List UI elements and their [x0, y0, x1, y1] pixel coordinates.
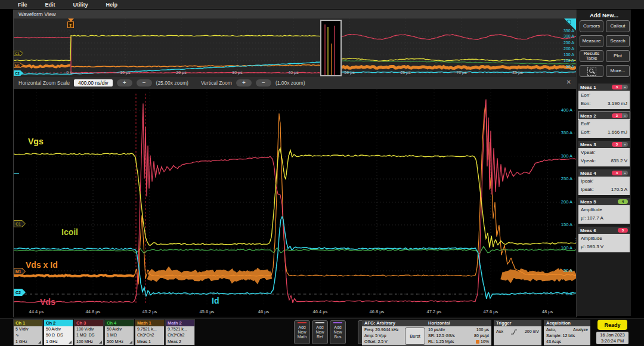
trigger-flag[interactable]: T	[67, 21, 74, 28]
channel-setting-row: Meas 2	[168, 339, 194, 345]
overview-amp-tick: 200 A	[564, 47, 574, 51]
add-new-measure-button[interactable]: Measure	[580, 35, 603, 47]
channel-badge-ch2[interactable]: Ch 250 A/div50 Ω DS1 GHz	[44, 319, 73, 345]
add-new-search-button[interactable]: Search	[606, 35, 630, 47]
measurement-badge-3[interactable]: Meas 33+Vpeak'Vpeak:835.2 V	[578, 141, 630, 167]
channel-badge-ch4[interactable]: Ch 450 A/div1 MΩ500 MHz	[104, 319, 134, 345]
overview-time-tick: 70 µs	[456, 70, 466, 75]
overview-time-tick: 30 µs	[232, 70, 242, 75]
afg-row: Offset: 2.5 V	[364, 339, 406, 345]
add-new-callout-button[interactable]: Callout	[606, 20, 630, 32]
v-zoom-plus-button[interactable]: +	[236, 79, 252, 86]
h-zoom-plus-button[interactable]: +	[117, 79, 132, 86]
add-new-plot-button[interactable]: Plot	[606, 50, 630, 62]
measurement-value: 1.666 mJ	[608, 128, 627, 137]
channel-marker-c1[interactable]: C1	[14, 51, 23, 56]
overview-zoom-window[interactable]	[320, 20, 342, 76]
add-new-bus-button[interactable]: Add New Bus	[330, 320, 346, 344]
channel-marker-c2[interactable]: C2	[14, 289, 26, 296]
menu-item-file[interactable]: File	[18, 2, 27, 8]
delay-icon	[476, 340, 479, 344]
datetime-line: 16 Jan 2023	[596, 332, 628, 338]
main-amp-tick: 100 A	[561, 245, 572, 251]
measurement-name: Meas 4	[580, 171, 596, 176]
main-time-tick: 47.6 µs	[484, 309, 499, 314]
measurement-name: Meas 5	[580, 199, 596, 205]
main-amp-tick: 200 A	[561, 199, 572, 205]
add-new-ref-button[interactable]: Add New Ref	[312, 320, 328, 344]
measurement-body: Amplitudeµ': 595.3 V	[578, 234, 630, 252]
channel-marker-c2[interactable]: C2	[14, 70, 23, 76]
ready-status-button[interactable]: Ready	[597, 320, 627, 330]
horizontal-row: SR: 12.5 GS/s80 ps/pt	[428, 333, 489, 339]
ov-power-postband	[342, 67, 576, 69]
main-amp-tick: 150 A	[561, 222, 572, 227]
main-time-tick: 47.2 µs	[427, 309, 442, 314]
horizontal-cell: 10 µs/div	[428, 327, 445, 333]
main-time-tick: 44.8 µs	[86, 309, 101, 314]
add-new-results-table-button[interactable]: Results Table	[580, 50, 603, 62]
magnifier-handle	[593, 71, 595, 73]
measurement-row-2: µ': 595.3 V	[581, 243, 627, 251]
trigger-source: Aux	[496, 329, 503, 335]
measurement-body: Amplitudeµ': 107.7 A	[578, 205, 630, 224]
measurement-row-1: Vpeak'	[581, 149, 627, 157]
measurement-badge-1[interactable]: Meas 13+Eon'Eon:3.190 mJ	[578, 84, 630, 110]
source-badge-number: 4	[618, 199, 628, 204]
rising-edge-icon	[510, 329, 518, 335]
zoom-selection-button[interactable]	[580, 65, 603, 77]
trigger-badge[interactable]: TriggerAux200 mV	[494, 320, 541, 345]
channel-badge-math1[interactable]: Math 19.7521 k...Ch3*Ch2Meas 1	[135, 319, 165, 345]
menu-item-utility[interactable]: Utility	[73, 2, 88, 8]
measurement-body: Eoff'Eoff:1.666 mJ	[578, 119, 630, 138]
vds-trace	[14, 100, 576, 303]
marker-label: C2	[14, 289, 23, 296]
acquisition-badge[interactable]: AcquisitionAuto,AnalyzeSample: 12 bits43…	[544, 320, 590, 345]
add-new-math-button[interactable]: Add New Math	[294, 320, 310, 344]
menu-item-edit[interactable]: Edit	[45, 2, 55, 8]
zoom-scale-value[interactable]: 400.00 ns/div	[74, 79, 113, 86]
overview-time-tick: 10 µs	[120, 70, 130, 75]
channel-setting-row: 100 V/div	[76, 326, 103, 332]
zoom-detail-plot[interactable]: 44.4 µs44.8 µs45.2 µs45.6 µs46 µs46.4 µs…	[14, 89, 576, 317]
measurement-badge-2[interactable]: Meas 23+Eoff'Eoff:1.666 mJ	[578, 112, 630, 138]
channel-badge-name: Math 2	[166, 320, 194, 326]
measurement-header: Meas 23+	[578, 112, 630, 119]
h-zoom-minus-button[interactable]: −	[137, 79, 152, 86]
measurement-badge-4[interactable]: Meas 43+Ipeak'Ipeak:170.5 A	[578, 169, 630, 196]
channel-marker-c1[interactable]: C1	[14, 220, 26, 227]
main-amp-tick: 250 A	[561, 176, 572, 181]
afg-badge[interactable]: AFG: ArbitraryFreq: 20.9644 kHzAmp: 5 Vp…	[362, 320, 426, 345]
main-amp-tick: 350 A	[561, 130, 572, 135]
channel-setting-row: 9.7521 k...	[168, 326, 194, 332]
vertical-zoom-label: Vertical Zoom	[201, 80, 232, 86]
channel-badge-settings: 9.7521 k...Ch3*Ch2Meas 1	[135, 326, 164, 345]
channel-badge-settings: 100 V/div1 MΩ DS100 MHz	[75, 326, 103, 345]
measurement-name: Meas 3	[580, 142, 596, 147]
add-new-title: Add New...	[577, 10, 631, 18]
v-zoom-minus-button[interactable]: −	[256, 79, 271, 86]
horizontal-zoom-scale-label: Horizontal Zoom Scale	[18, 80, 70, 86]
menu-item-help[interactable]: Help	[106, 2, 118, 8]
horizontal-cell: 10%	[476, 339, 489, 345]
measurement-value: 835.2 V	[611, 157, 627, 165]
add-new-cursors-button[interactable]: Cursors	[580, 20, 603, 32]
channel-marker-m1[interactable]: M1	[14, 268, 26, 275]
channel-badge-name: Ch 4	[105, 320, 134, 326]
channel-badge-math2[interactable]: Math 29.7521 k...Ch3*Ch2Meas 2	[165, 319, 195, 345]
marker-label: C1	[14, 220, 23, 227]
overview-plot[interactable]: 0 s10 µs20 µs30 µs40 µs50 µs60 µs70 µs80…	[14, 18, 576, 77]
channel-marker-m1[interactable]: M1	[14, 63, 23, 68]
measurement-badge-5[interactable]: Meas 54Amplitudeµ': 107.7 A	[578, 198, 630, 224]
trace-label-vds-x-id: Vds x Id	[26, 260, 58, 270]
channel-badge-ch1[interactable]: Ch 15 V/div∿1 GHz	[13, 319, 43, 345]
measurement-badge-6[interactable]: Meas 63Amplitudeµ': 595.3 V	[578, 227, 630, 253]
burst-button[interactable]: Burst	[405, 328, 425, 345]
channel-setting-row: 9.7521 k...	[137, 326, 164, 332]
channel-setting-row: ∿	[16, 332, 42, 338]
measurement-row-2: Vpeak:835.2 V	[581, 157, 627, 165]
channel-badge-ch3[interactable]: Ch 3100 V/div1 MΩ DS100 MHz	[74, 319, 104, 345]
add-new-more--button[interactable]: More...	[606, 65, 630, 77]
close-zoom-icon[interactable]: ✕	[566, 79, 571, 85]
horizontal-badge[interactable]: Horizontal10 µs/div100 µsSR: 12.5 GS/s80…	[426, 320, 491, 345]
